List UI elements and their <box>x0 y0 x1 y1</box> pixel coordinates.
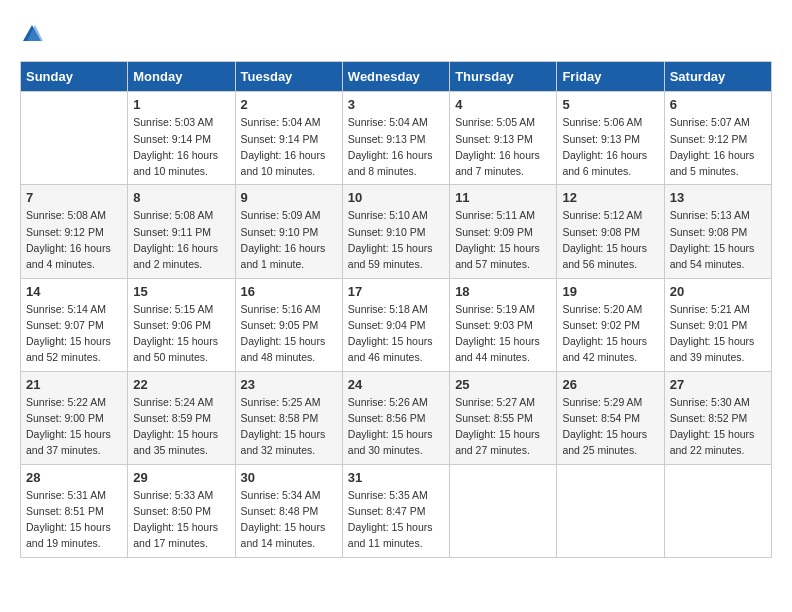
page-header <box>20 20 772 46</box>
day-number: 4 <box>455 97 551 112</box>
calendar-cell: 5Sunrise: 5:06 AMSunset: 9:13 PMDaylight… <box>557 92 664 185</box>
day-number: 8 <box>133 190 229 205</box>
logo-icon <box>21 23 43 45</box>
calendar-cell: 8Sunrise: 5:08 AMSunset: 9:11 PMDaylight… <box>128 185 235 278</box>
day-info: Sunrise: 5:11 AMSunset: 9:09 PMDaylight:… <box>455 207 551 272</box>
week-row-1: 1Sunrise: 5:03 AMSunset: 9:14 PMDaylight… <box>21 92 772 185</box>
calendar-cell: 14Sunrise: 5:14 AMSunset: 9:07 PMDayligh… <box>21 278 128 371</box>
week-row-5: 28Sunrise: 5:31 AMSunset: 8:51 PMDayligh… <box>21 464 772 557</box>
day-info: Sunrise: 5:19 AMSunset: 9:03 PMDaylight:… <box>455 301 551 366</box>
day-number: 9 <box>241 190 337 205</box>
day-number: 15 <box>133 284 229 299</box>
day-info: Sunrise: 5:07 AMSunset: 9:12 PMDaylight:… <box>670 114 766 179</box>
day-info: Sunrise: 5:21 AMSunset: 9:01 PMDaylight:… <box>670 301 766 366</box>
calendar-cell <box>664 464 771 557</box>
calendar-table: SundayMondayTuesdayWednesdayThursdayFrid… <box>20 61 772 557</box>
calendar-cell: 28Sunrise: 5:31 AMSunset: 8:51 PMDayligh… <box>21 464 128 557</box>
calendar-cell: 2Sunrise: 5:04 AMSunset: 9:14 PMDaylight… <box>235 92 342 185</box>
calendar-cell: 18Sunrise: 5:19 AMSunset: 9:03 PMDayligh… <box>450 278 557 371</box>
day-number: 29 <box>133 470 229 485</box>
weekday-header-friday: Friday <box>557 62 664 92</box>
day-number: 12 <box>562 190 658 205</box>
calendar-cell: 23Sunrise: 5:25 AMSunset: 8:58 PMDayligh… <box>235 371 342 464</box>
day-number: 25 <box>455 377 551 392</box>
day-number: 3 <box>348 97 444 112</box>
day-number: 19 <box>562 284 658 299</box>
day-number: 26 <box>562 377 658 392</box>
day-number: 1 <box>133 97 229 112</box>
day-number: 27 <box>670 377 766 392</box>
calendar-cell: 16Sunrise: 5:16 AMSunset: 9:05 PMDayligh… <box>235 278 342 371</box>
day-info: Sunrise: 5:12 AMSunset: 9:08 PMDaylight:… <box>562 207 658 272</box>
logo-text <box>20 20 43 46</box>
calendar-cell: 4Sunrise: 5:05 AMSunset: 9:13 PMDaylight… <box>450 92 557 185</box>
day-info: Sunrise: 5:25 AMSunset: 8:58 PMDaylight:… <box>241 394 337 459</box>
calendar-cell: 9Sunrise: 5:09 AMSunset: 9:10 PMDaylight… <box>235 185 342 278</box>
day-info: Sunrise: 5:22 AMSunset: 9:00 PMDaylight:… <box>26 394 122 459</box>
week-row-3: 14Sunrise: 5:14 AMSunset: 9:07 PMDayligh… <box>21 278 772 371</box>
day-info: Sunrise: 5:24 AMSunset: 8:59 PMDaylight:… <box>133 394 229 459</box>
day-info: Sunrise: 5:08 AMSunset: 9:12 PMDaylight:… <box>26 207 122 272</box>
day-number: 23 <box>241 377 337 392</box>
day-number: 10 <box>348 190 444 205</box>
calendar-cell: 25Sunrise: 5:27 AMSunset: 8:55 PMDayligh… <box>450 371 557 464</box>
day-number: 6 <box>670 97 766 112</box>
calendar-cell: 13Sunrise: 5:13 AMSunset: 9:08 PMDayligh… <box>664 185 771 278</box>
day-number: 2 <box>241 97 337 112</box>
logo <box>20 20 43 46</box>
calendar-cell: 6Sunrise: 5:07 AMSunset: 9:12 PMDaylight… <box>664 92 771 185</box>
day-number: 22 <box>133 377 229 392</box>
calendar-cell: 17Sunrise: 5:18 AMSunset: 9:04 PMDayligh… <box>342 278 449 371</box>
weekday-header-thursday: Thursday <box>450 62 557 92</box>
calendar-cell: 12Sunrise: 5:12 AMSunset: 9:08 PMDayligh… <box>557 185 664 278</box>
day-info: Sunrise: 5:08 AMSunset: 9:11 PMDaylight:… <box>133 207 229 272</box>
day-number: 17 <box>348 284 444 299</box>
day-info: Sunrise: 5:29 AMSunset: 8:54 PMDaylight:… <box>562 394 658 459</box>
calendar-cell: 26Sunrise: 5:29 AMSunset: 8:54 PMDayligh… <box>557 371 664 464</box>
day-info: Sunrise: 5:10 AMSunset: 9:10 PMDaylight:… <box>348 207 444 272</box>
week-row-4: 21Sunrise: 5:22 AMSunset: 9:00 PMDayligh… <box>21 371 772 464</box>
day-info: Sunrise: 5:09 AMSunset: 9:10 PMDaylight:… <box>241 207 337 272</box>
weekday-header-saturday: Saturday <box>664 62 771 92</box>
day-number: 31 <box>348 470 444 485</box>
day-info: Sunrise: 5:31 AMSunset: 8:51 PMDaylight:… <box>26 487 122 552</box>
calendar-cell: 27Sunrise: 5:30 AMSunset: 8:52 PMDayligh… <box>664 371 771 464</box>
calendar-cell: 10Sunrise: 5:10 AMSunset: 9:10 PMDayligh… <box>342 185 449 278</box>
day-info: Sunrise: 5:27 AMSunset: 8:55 PMDaylight:… <box>455 394 551 459</box>
calendar-cell: 20Sunrise: 5:21 AMSunset: 9:01 PMDayligh… <box>664 278 771 371</box>
day-info: Sunrise: 5:20 AMSunset: 9:02 PMDaylight:… <box>562 301 658 366</box>
day-number: 28 <box>26 470 122 485</box>
day-info: Sunrise: 5:15 AMSunset: 9:06 PMDaylight:… <box>133 301 229 366</box>
day-number: 30 <box>241 470 337 485</box>
week-row-2: 7Sunrise: 5:08 AMSunset: 9:12 PMDaylight… <box>21 185 772 278</box>
day-info: Sunrise: 5:06 AMSunset: 9:13 PMDaylight:… <box>562 114 658 179</box>
calendar-cell: 30Sunrise: 5:34 AMSunset: 8:48 PMDayligh… <box>235 464 342 557</box>
weekday-header-tuesday: Tuesday <box>235 62 342 92</box>
day-info: Sunrise: 5:16 AMSunset: 9:05 PMDaylight:… <box>241 301 337 366</box>
day-number: 14 <box>26 284 122 299</box>
calendar-cell: 11Sunrise: 5:11 AMSunset: 9:09 PMDayligh… <box>450 185 557 278</box>
day-number: 21 <box>26 377 122 392</box>
day-info: Sunrise: 5:13 AMSunset: 9:08 PMDaylight:… <box>670 207 766 272</box>
day-number: 13 <box>670 190 766 205</box>
day-number: 24 <box>348 377 444 392</box>
calendar-cell <box>450 464 557 557</box>
calendar-cell: 19Sunrise: 5:20 AMSunset: 9:02 PMDayligh… <box>557 278 664 371</box>
day-info: Sunrise: 5:04 AMSunset: 9:14 PMDaylight:… <box>241 114 337 179</box>
day-info: Sunrise: 5:34 AMSunset: 8:48 PMDaylight:… <box>241 487 337 552</box>
calendar-cell: 22Sunrise: 5:24 AMSunset: 8:59 PMDayligh… <box>128 371 235 464</box>
day-number: 5 <box>562 97 658 112</box>
day-info: Sunrise: 5:04 AMSunset: 9:13 PMDaylight:… <box>348 114 444 179</box>
day-info: Sunrise: 5:30 AMSunset: 8:52 PMDaylight:… <box>670 394 766 459</box>
weekday-header-row: SundayMondayTuesdayWednesdayThursdayFrid… <box>21 62 772 92</box>
weekday-header-sunday: Sunday <box>21 62 128 92</box>
calendar-cell: 29Sunrise: 5:33 AMSunset: 8:50 PMDayligh… <box>128 464 235 557</box>
day-info: Sunrise: 5:33 AMSunset: 8:50 PMDaylight:… <box>133 487 229 552</box>
calendar-cell: 1Sunrise: 5:03 AMSunset: 9:14 PMDaylight… <box>128 92 235 185</box>
calendar-cell: 21Sunrise: 5:22 AMSunset: 9:00 PMDayligh… <box>21 371 128 464</box>
day-info: Sunrise: 5:14 AMSunset: 9:07 PMDaylight:… <box>26 301 122 366</box>
calendar-cell: 24Sunrise: 5:26 AMSunset: 8:56 PMDayligh… <box>342 371 449 464</box>
day-info: Sunrise: 5:18 AMSunset: 9:04 PMDaylight:… <box>348 301 444 366</box>
day-number: 16 <box>241 284 337 299</box>
weekday-header-monday: Monday <box>128 62 235 92</box>
